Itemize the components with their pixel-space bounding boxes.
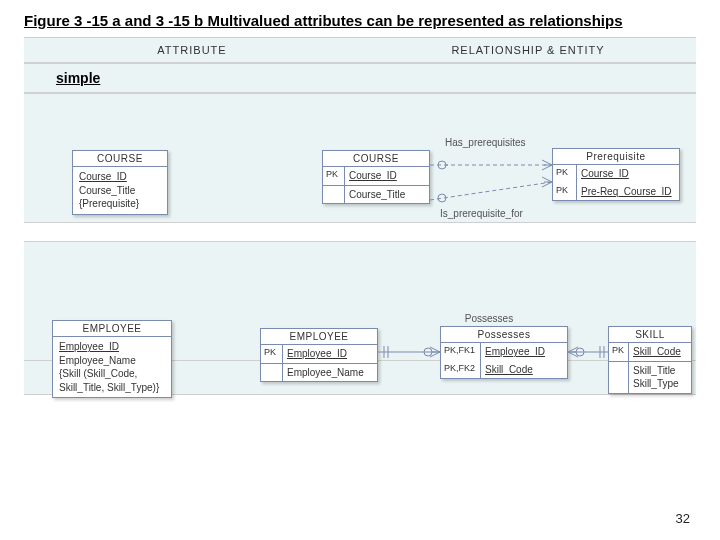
entity-name: EMPLOYEE (53, 321, 171, 337)
pk-label: PK (323, 167, 345, 185)
entity-name: COURSE (323, 151, 429, 167)
pk-label: PK (609, 343, 629, 361)
simple-label: simple (24, 70, 100, 86)
header-attribute: ATTRIBUTE (24, 38, 360, 62)
pk-label: PK,FK2 (441, 361, 481, 379)
entity-name: SKILL (609, 327, 691, 343)
entity-name: Prerequisite (553, 149, 679, 165)
figure-title: Figure 3 -15 a and 3 -15 b Multivalued a… (0, 0, 720, 37)
pk-label: PK,FK1 (441, 343, 481, 361)
entity-skill: SKILL PK Skill_Code Skill_Title Skill_Ty… (608, 326, 692, 394)
column-headers: ATTRIBUTE RELATIONSHIP & ENTITY (24, 37, 696, 63)
pk-label: PK (261, 345, 283, 363)
entity-name: Possesses (441, 327, 567, 343)
entity-attrs: Employee_ID Employee_Name {Skill (Skill_… (53, 337, 171, 397)
entity-course-rel: COURSE PK Course_ID Course_Title (322, 150, 430, 204)
entity-course-attr: COURSE Course_ID Course_Title {Prerequis… (72, 150, 168, 215)
entity-name: COURSE (73, 151, 167, 167)
pk-label: PK (553, 165, 577, 183)
entity-possesses: Possesses PK,FK1 Employee_ID PK,FK2 Skil… (440, 326, 568, 379)
page-number: 32 (676, 511, 690, 526)
entity-employee-rel: EMPLOYEE PK Employee_ID Employee_Name (260, 328, 378, 382)
simple-band: simple (24, 63, 696, 93)
pk-label: PK (553, 183, 577, 201)
entity-employee-attr: EMPLOYEE Employee_ID Employee_Name {Skil… (52, 320, 172, 398)
header-relationship-entity: RELATIONSHIP & ENTITY (360, 38, 696, 62)
entity-name: EMPLOYEE (261, 329, 377, 345)
entity-prerequisite: Prerequisite PK Course_ID PK Pre-Req_Cou… (552, 148, 680, 201)
entity-attrs: Course_ID Course_Title {Prerequisite} (73, 167, 167, 214)
